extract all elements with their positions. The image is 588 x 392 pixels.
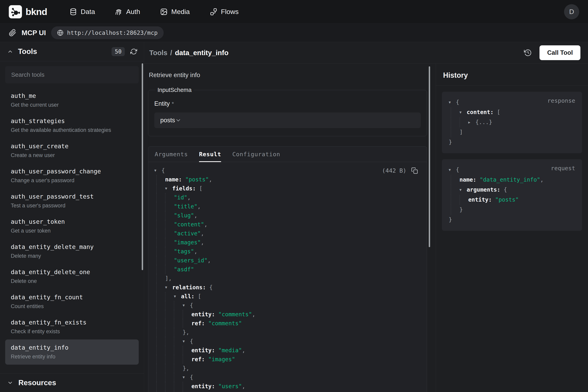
json-line: }, xyxy=(154,364,419,373)
nav-item-flows[interactable]: Flows xyxy=(210,8,239,16)
json-line: entity: "media", xyxy=(154,346,419,355)
indent-guide xyxy=(165,391,174,392)
indent-guide xyxy=(451,107,459,117)
sidebar-item-data_entity_fn_exists[interactable]: data_entity_fn_existsCheck if entity exi… xyxy=(5,314,139,340)
json-string: "tags" xyxy=(174,247,194,256)
entity-select[interactable]: posts xyxy=(154,112,421,128)
mcp-url-pill[interactable]: http://localhost:28623/mcp xyxy=(51,26,164,39)
indent-guide xyxy=(174,328,183,337)
json-string: "comments" xyxy=(208,319,242,328)
tool-description: Get the available authentication strateg… xyxy=(11,127,133,133)
collapse-toggle-icon[interactable]: ▾ xyxy=(174,292,181,301)
history-card-tag: response xyxy=(547,97,575,104)
json-line: name: "data_entity_info", xyxy=(449,175,575,185)
workflow-icon xyxy=(210,8,217,16)
sidebar-item-auth_strategies[interactable]: auth_strategiesGet the available authent… xyxy=(5,113,139,138)
nav-item-label: Auth xyxy=(126,8,140,16)
main-scrollbar-thumb[interactable] xyxy=(429,66,430,247)
json-punctuation: , xyxy=(194,247,197,256)
refresh-tools-button[interactable] xyxy=(130,47,138,56)
brand-logo[interactable]: bknd xyxy=(9,5,47,18)
resources-section-header[interactable]: Resources xyxy=(0,373,144,392)
mcp-url: http://localhost:28623/mcp xyxy=(67,29,158,36)
sidebar-item-data_entity_delete_one[interactable]: data_entity_delete_oneDelete one xyxy=(5,264,139,289)
copy-result-button[interactable] xyxy=(410,166,419,175)
json-key: all: xyxy=(181,292,198,301)
indent-guide xyxy=(451,185,459,195)
json-line: ▾arguments: { xyxy=(449,185,575,195)
sidebar-item-auth_user_create[interactable]: auth_user_createCreate a new user xyxy=(5,138,139,163)
user-avatar[interactable]: D xyxy=(564,4,579,20)
sidebar-item-auth_user_password_test[interactable]: auth_user_password_testTest a user's pas… xyxy=(5,188,139,214)
sidebar-item-auth_user_password_change[interactable]: auth_user_password_changeChange a user's… xyxy=(5,163,139,188)
history-card-json: ▾{name: "data_entity_info",▾arguments: {… xyxy=(449,165,575,225)
paperclip-icon xyxy=(9,29,16,36)
call-tool-button[interactable]: Call Tool xyxy=(540,45,581,60)
nav-item-data[interactable]: Data xyxy=(69,8,95,16)
sidebar-item-data_entity_delete_many[interactable]: data_entity_delete_manyDelete many xyxy=(5,239,139,264)
collapse-toggle-icon[interactable]: ▾ xyxy=(165,283,172,292)
indent-guide xyxy=(451,117,459,127)
json-line: ▾{ xyxy=(154,301,419,310)
tool-name: auth_user_token xyxy=(11,218,133,226)
collapse-toggle-icon[interactable]: ▾ xyxy=(449,97,456,107)
indent-guide xyxy=(451,175,459,185)
sidebar-scrollbar-thumb[interactable] xyxy=(142,63,143,270)
app-root: bknd Data xyxy=(0,0,588,392)
json-key: entity: xyxy=(192,382,218,391)
indent-guide xyxy=(156,274,165,283)
tool-name: auth_user_password_change xyxy=(11,168,133,175)
entity-select-value: posts xyxy=(160,117,175,124)
nav-item-media[interactable]: Media xyxy=(160,8,190,16)
expand-toggle-icon[interactable]: ▸ xyxy=(468,117,475,127)
history-toggle-button[interactable] xyxy=(523,48,533,58)
indent-guide xyxy=(156,328,165,337)
indent-guide xyxy=(174,301,183,310)
json-key: entity: xyxy=(468,195,495,205)
json-punctuation: , xyxy=(197,202,201,211)
refresh-icon xyxy=(130,48,137,55)
history-card-response[interactable]: response▾{▾content: [▸{...}]} xyxy=(442,92,582,153)
json-string: "slug" xyxy=(174,211,194,220)
collapse-toggle-icon[interactable]: ▾ xyxy=(459,107,467,117)
tab-configuration[interactable]: Configuration xyxy=(232,146,280,162)
tools-section-header[interactable]: Tools 50 xyxy=(0,42,144,61)
collapse-toggle-icon[interactable]: ▾ xyxy=(183,301,190,310)
nav-item-label: Data xyxy=(81,8,95,16)
json-punctuation: { xyxy=(504,185,507,195)
collapse-toggle-icon[interactable]: ▾ xyxy=(165,184,172,193)
breadcrumb-tools-link[interactable]: Tools xyxy=(149,49,168,57)
json-punctuation: , xyxy=(252,310,255,319)
tab-result[interactable]: Result xyxy=(199,146,221,162)
nav-item-auth[interactable]: Auth xyxy=(115,8,140,16)
history-card-request[interactable]: request▾{name: "data_entity_info",▾argum… xyxy=(442,159,582,231)
json-punctuation: [ xyxy=(199,184,202,193)
indent-guide xyxy=(165,337,174,346)
indent-guide xyxy=(156,202,165,211)
search-input[interactable] xyxy=(5,66,139,83)
tool-name: data_entity_delete_many xyxy=(11,243,133,251)
collapse-toggle-icon[interactable]: ▾ xyxy=(154,166,162,175)
tool-description: Retrieve entity info xyxy=(148,72,427,79)
tab-arguments[interactable]: Arguments xyxy=(155,146,188,162)
json-string: "users_id" xyxy=(174,256,207,265)
json-punctuation: { xyxy=(190,301,193,310)
collapse-toggle-icon[interactable]: ▾ xyxy=(183,373,190,382)
collapse-toggle-icon[interactable]: ▾ xyxy=(459,185,467,195)
json-punctuation: {...} xyxy=(475,117,492,127)
sidebar-item-auth_user_token[interactable]: auth_user_tokenGet a user token xyxy=(5,214,139,239)
indent-guide xyxy=(165,373,174,382)
history-card-json: ▾{▾content: [▸{...}]} xyxy=(449,97,575,147)
json-line: "slug", xyxy=(154,211,419,220)
sidebar-item-auth_me[interactable]: auth_meGet the current user xyxy=(5,88,139,113)
tool-description: Check if entity exists xyxy=(11,328,133,335)
breadcrumb: Tools / data_entity_info xyxy=(149,49,228,57)
indent-guide xyxy=(174,391,183,392)
sidebar-item-data_entity_info[interactable]: data_entity_infoRetrieve entity info xyxy=(5,340,139,365)
collapse-toggle-icon[interactable]: ▾ xyxy=(183,337,190,346)
tool-name: data_entity_delete_one xyxy=(11,268,133,276)
indent-guide xyxy=(156,337,165,346)
collapse-toggle-icon[interactable]: ▾ xyxy=(449,165,456,175)
sidebar-item-data_entity_fn_count[interactable]: data_entity_fn_countCount entities xyxy=(5,289,139,314)
json-line: ▾{ xyxy=(154,373,419,382)
